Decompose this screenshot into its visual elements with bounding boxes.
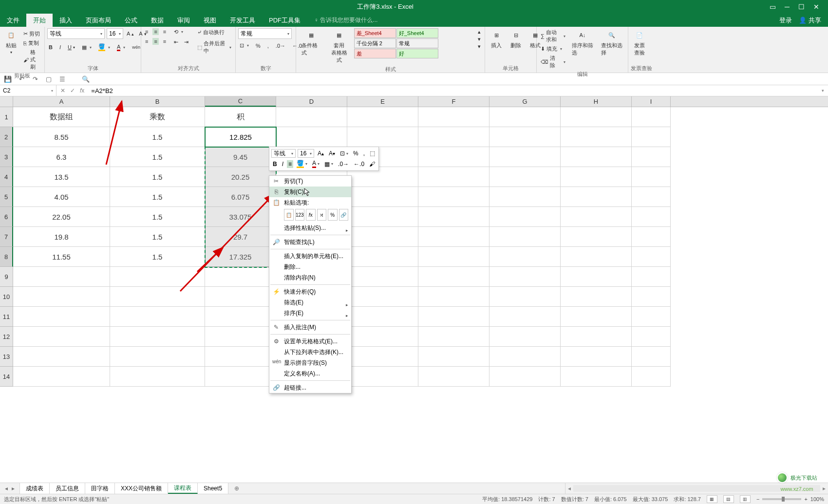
paste-opt-format[interactable]: % — [328, 209, 338, 221]
cell[interactable] — [205, 287, 276, 307]
share-button[interactable]: 👤 共享 — [799, 16, 821, 25]
cell[interactable]: 20.25 — [205, 167, 276, 187]
row-header[interactable]: 2 — [0, 127, 13, 147]
col-header-E[interactable]: E — [347, 96, 418, 107]
view-normal-button[interactable]: ▦ — [707, 495, 717, 503]
cell[interactable] — [632, 307, 671, 327]
cell[interactable] — [418, 147, 489, 167]
enter-formula-icon[interactable]: ✓ — [70, 87, 75, 94]
spreadsheet-grid[interactable]: A B C D E F G H I 1数据组乘数积28.551.512.8253… — [0, 96, 828, 404]
cell[interactable]: 11.55 — [13, 247, 110, 267]
cell[interactable] — [276, 127, 347, 147]
cell[interactable] — [418, 207, 489, 227]
cell[interactable] — [205, 327, 276, 347]
cell[interactable] — [347, 247, 418, 267]
align-left-button[interactable]: ≡ — [144, 38, 150, 45]
mini-italic[interactable]: I — [281, 160, 285, 168]
col-header-G[interactable]: G — [489, 96, 561, 107]
fx-icon[interactable]: fx — [80, 87, 84, 94]
cell[interactable]: 33.075 — [205, 207, 276, 227]
formula-input[interactable]: =A2*B2 — [88, 87, 818, 94]
sheet-tab[interactable]: 成绩表 — [20, 483, 50, 494]
cell[interactable] — [489, 247, 561, 267]
qat-preview-icon[interactable]: 🔍 — [82, 75, 90, 83]
cell[interactable]: 1.5 — [110, 187, 205, 207]
ctx-cut[interactable]: ✂剪切(T) — [269, 176, 351, 187]
cell[interactable] — [205, 267, 276, 287]
cell[interactable] — [489, 327, 561, 347]
undo-icon[interactable]: ↶ — [18, 75, 25, 83]
view-break-button[interactable]: ▥ — [740, 495, 751, 503]
cell[interactable] — [347, 107, 418, 127]
zoom-control[interactable]: − + 100% — [756, 496, 824, 502]
number-format-select[interactable]: 常规 — [238, 28, 292, 39]
mini-dec-dec[interactable]: ←.0 — [352, 160, 366, 168]
cell[interactable] — [561, 147, 632, 167]
ctx-paste-special[interactable]: 选择性粘贴(S)... — [269, 223, 351, 233]
cell[interactable] — [110, 347, 205, 367]
sheet-tab[interactable]: Sheet5 — [198, 483, 228, 494]
cell[interactable] — [13, 287, 110, 307]
select-all-corner[interactable] — [0, 96, 13, 107]
table-format-button[interactable]: ▦套用 表格格式 — [326, 28, 352, 65]
qat-open-icon[interactable]: ☰ — [58, 75, 66, 83]
row-header[interactable]: 3 — [0, 147, 13, 167]
sheet-tab[interactable]: 员工信息 — [50, 483, 85, 494]
row-header[interactable]: 11 — [0, 307, 13, 327]
close-icon[interactable]: ✕ — [813, 3, 819, 11]
ribbon-opts-icon[interactable]: ▭ — [770, 3, 776, 11]
cell[interactable] — [347, 347, 418, 367]
style-good[interactable]: 好 — [396, 49, 438, 58]
percent-button[interactable]: % — [254, 42, 262, 49]
cell[interactable] — [110, 267, 205, 287]
cell[interactable] — [561, 347, 632, 367]
cell[interactable] — [418, 187, 489, 207]
cell[interactable] — [205, 367, 276, 387]
ctx-hyperlink[interactable]: 🔗超链接... — [269, 382, 351, 393]
cell[interactable] — [418, 267, 489, 287]
cell[interactable]: 6.3 — [13, 147, 110, 167]
cell[interactable] — [418, 287, 489, 307]
ctx-quick-analysis[interactable]: ⚡快速分析(Q) — [269, 286, 351, 297]
paste-opt-transpose[interactable]: ⤭ — [317, 209, 327, 221]
cell[interactable]: 1.5 — [110, 127, 205, 147]
cell[interactable] — [632, 107, 671, 127]
mini-format-painter[interactable]: 🖌 — [368, 160, 376, 168]
cell[interactable]: 12.825 — [205, 127, 276, 147]
cell[interactable] — [418, 327, 489, 347]
underline-button[interactable]: U▾ — [66, 43, 76, 52]
cell[interactable] — [632, 247, 671, 267]
ctx-sort[interactable]: 排序(E) — [269, 308, 351, 318]
cell[interactable] — [489, 147, 561, 167]
dec-indent-button[interactable]: ⇤ — [172, 38, 180, 46]
cell[interactable]: 1.5 — [110, 167, 205, 187]
inc-decimal-button[interactable]: .0→ — [274, 42, 287, 49]
sheet-tab[interactable]: 课程表 — [168, 483, 198, 494]
orientation-button[interactable]: ⟲ — [172, 28, 190, 36]
align-center-button[interactable]: ≡ — [152, 38, 158, 45]
mini-merge[interactable]: ⬚ — [368, 149, 376, 157]
cell[interactable] — [489, 287, 561, 307]
cell[interactable] — [632, 287, 671, 307]
cell[interactable] — [561, 207, 632, 227]
invoice-check-button[interactable]: 📄发票 查验 — [631, 28, 648, 57]
redo-icon[interactable]: ↷ — [31, 75, 39, 83]
cell[interactable]: 17.325 — [205, 247, 276, 267]
cell[interactable] — [561, 367, 632, 387]
tab-review[interactable]: 审阅 — [170, 14, 197, 27]
gallery-more-button[interactable]: ▾ — [476, 43, 482, 50]
cell[interactable] — [418, 307, 489, 327]
expand-formula-icon[interactable]: ▾ — [818, 88, 828, 93]
cell[interactable]: 6.075 — [205, 187, 276, 207]
mini-percent[interactable]: % — [352, 149, 360, 157]
cell[interactable] — [110, 287, 205, 307]
mini-size-select[interactable]: 16 — [298, 149, 314, 158]
zoom-out-icon[interactable]: − — [756, 496, 759, 502]
cell[interactable] — [561, 227, 632, 247]
cell[interactable] — [347, 327, 418, 347]
ctx-smart-lookup[interactable]: 🔎智能查找(L) — [269, 237, 351, 247]
cell[interactable]: 乘数 — [110, 107, 205, 127]
paste-opt-all[interactable]: 📋 — [284, 209, 294, 221]
style-thousands2[interactable]: 千位分隔 2 — [354, 38, 396, 48]
tab-layout[interactable]: 页面布局 — [79, 14, 118, 27]
